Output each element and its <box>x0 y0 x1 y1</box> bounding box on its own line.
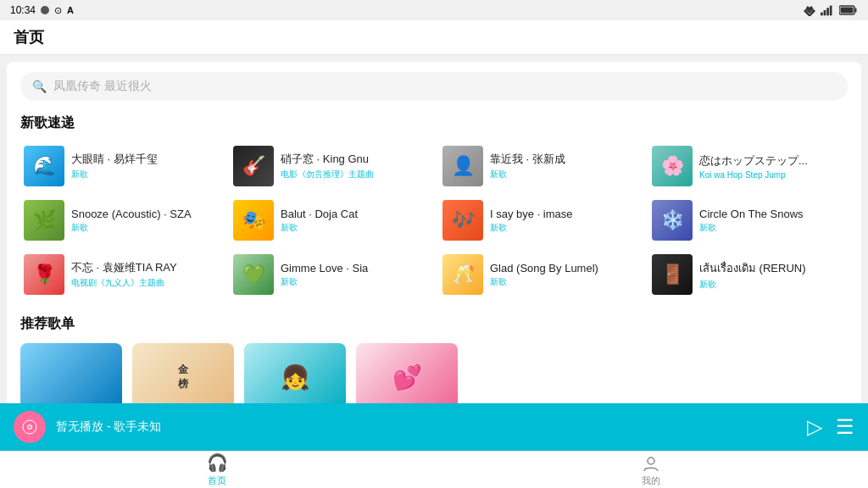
profile-nav-icon <box>642 452 660 473</box>
svg-rect-3 <box>821 13 823 16</box>
status-a-icon: A <box>67 5 74 15</box>
song-thumbnail: 🌊 <box>24 146 64 186</box>
song-tag: 新歌 <box>71 222 216 234</box>
svg-point-13 <box>648 458 654 464</box>
list-item[interactable]: 🎸 硝子窓 · King Gnu 电影《勿言推理》主题曲 <box>230 142 429 190</box>
song-thumbnail: 🌸 <box>652 146 693 186</box>
status-bar: 10:34 ⊙ A <box>0 0 868 20</box>
song-info: 靠近我 · 张新成 新歌 <box>490 152 635 180</box>
list-item[interactable]: 🌸 恋はホップステップ... Koi wa Hop Step Jump <box>648 142 848 190</box>
song-tag: 新歌 <box>71 169 216 180</box>
song-thumbnail: 🎶 <box>442 200 483 241</box>
song-thumbnail: 🌿 <box>24 200 64 241</box>
list-item[interactable]: 🎭 Balut · Doja Cat 新歌 <box>230 197 429 244</box>
song-info: 大眼睛 · 易烊千玺 新歌 <box>71 152 216 180</box>
playlist-card[interactable]: 👧 <box>244 343 346 411</box>
song-thumbnail: 🥂 <box>442 254 483 295</box>
playlist-row: 金榜 👧 💕 <box>20 343 848 411</box>
search-placeholder: 凤凰传奇 最近很火 <box>53 79 152 94</box>
recommended-section: 推荐歌单 金榜 👧 💕 <box>20 315 848 411</box>
list-item[interactable]: 🚪 เส้นเรื่องเดิม (RERUN) 新歌 <box>648 251 848 298</box>
now-playing-title: 暂无播放 - 歌手未知 <box>56 419 797 435</box>
svg-rect-8 <box>855 8 857 13</box>
battery-icon <box>839 5 858 15</box>
list-item[interactable]: 🎶 I say bye · imase 新歌 <box>439 197 638 244</box>
song-title: Snooze (Acoustic) · SZA <box>71 208 216 220</box>
new-songs-title: 新歌速递 <box>20 114 848 132</box>
bottom-nav: 🎧 首页 我的 <box>0 451 868 488</box>
status-right <box>802 4 858 16</box>
svg-point-12 <box>29 426 31 429</box>
song-title: 不忘 · 袁娅维TIA RAY <box>71 260 216 275</box>
song-title: Circle On The Snows <box>699 208 844 220</box>
album-icon <box>20 418 39 436</box>
status-left: 10:34 ⊙ A <box>10 4 74 16</box>
playback-controls: ▷ ☰ <box>807 415 854 439</box>
wifi-icon <box>802 4 817 16</box>
status-sim-icon: ⊙ <box>54 5 62 16</box>
song-tag: Koi wa Hop Step Jump <box>699 170 844 180</box>
song-title: 大眼睛 · 易烊千玺 <box>71 152 216 167</box>
song-thumbnail: 🌹 <box>24 254 64 295</box>
playlist-card[interactable]: 💕 <box>356 343 458 411</box>
song-info: Gimme Love · Sia 新歌 <box>281 262 426 288</box>
search-bar[interactable]: 🔍 凤凰传奇 最近很火 <box>20 72 848 101</box>
song-title: 恋はホップステップ... <box>699 153 844 169</box>
play-button[interactable]: ▷ <box>807 415 822 439</box>
song-info: 不忘 · 袁娅维TIA RAY 电视剧《九义人》主题曲 <box>71 260 216 289</box>
song-thumbnail: 🎭 <box>233 200 274 241</box>
song-tag: 新歌 <box>490 169 635 180</box>
recommended-title: 推荐歌单 <box>20 315 848 333</box>
nav-home-label: 首页 <box>208 474 226 487</box>
nav-home[interactable]: 🎧 首页 <box>0 452 434 487</box>
playlist-card[interactable]: 金榜 <box>132 343 234 411</box>
song-thumbnail: 🚪 <box>652 254 693 295</box>
playlist-card[interactable] <box>20 343 122 411</box>
list-item[interactable]: 🌹 不忘 · 袁娅维TIA RAY 电视剧《九义人》主题曲 <box>20 251 220 298</box>
nav-profile[interactable]: 我的 <box>434 452 868 487</box>
list-item[interactable]: ❄️ Circle On The Snows 新歌 <box>648 197 848 244</box>
list-item[interactable]: 👤 靠近我 · 张新成 新歌 <box>439 142 638 190</box>
song-thumbnail: 🎸 <box>233 146 274 186</box>
song-tag: 新歌 <box>281 276 426 288</box>
svg-rect-4 <box>824 10 826 15</box>
song-tag: 新歌 <box>699 279 844 291</box>
song-title: 硝子窓 · King Gnu <box>281 152 426 167</box>
song-title: Gimme Love · Sia <box>281 262 426 274</box>
new-songs-section: 新歌速递 🌊 大眼睛 · 易烊千玺 新歌 🎸 硝子窓 · King Gnu <box>20 114 848 298</box>
song-tag: 新歌 <box>699 222 844 234</box>
nav-profile-label: 我的 <box>642 474 660 487</box>
song-title: เส้นเรื่องเดิม (RERUN) <box>699 259 844 277</box>
page-header: 首页 <box>0 20 868 55</box>
list-item[interactable]: 🌿 Snooze (Acoustic) · SZA 新歌 <box>20 197 220 244</box>
song-tag: 电视剧《九义人》主题曲 <box>71 277 216 289</box>
song-tag: 新歌 <box>490 222 635 234</box>
song-info: 硝子窓 · King Gnu 电影《勿言推理》主题曲 <box>281 152 426 180</box>
home-nav-icon: 🎧 <box>207 452 228 473</box>
main-content: 🔍 凤凰传奇 最近很火 新歌速递 🌊 大眼睛 · 易烊千玺 新歌 🎸 <box>7 62 861 435</box>
album-art <box>14 411 46 443</box>
now-playing-bar: 暂无播放 - 歌手未知 ▷ ☰ <box>0 403 868 451</box>
playlist-button[interactable]: ☰ <box>836 415 854 439</box>
signal-icon <box>821 4 836 16</box>
song-info: I say bye · imase 新歌 <box>490 208 635 234</box>
song-title: I say bye · imase <box>490 208 635 220</box>
list-item[interactable]: 💚 Gimme Love · Sia 新歌 <box>230 251 429 298</box>
svg-rect-5 <box>826 8 829 15</box>
svg-rect-9 <box>841 8 854 14</box>
song-thumbnail: 👤 <box>442 146 483 186</box>
song-info: Balut · Doja Cat 新歌 <box>281 208 426 234</box>
status-circle-icon <box>41 6 49 14</box>
song-info: Glad (Song By Lumel) 新歌 <box>490 262 635 288</box>
list-item[interactable]: 🥂 Glad (Song By Lumel) 新歌 <box>439 251 638 298</box>
song-title: Balut · Doja Cat <box>281 208 426 220</box>
status-time: 10:34 <box>10 4 36 16</box>
svg-rect-6 <box>830 6 832 16</box>
song-info: 恋はホップステップ... Koi wa Hop Step Jump <box>699 153 844 180</box>
song-info: เส้นเรื่องเดิม (RERUN) 新歌 <box>699 259 844 291</box>
song-tag: 电影《勿言推理》主题曲 <box>281 169 426 180</box>
song-title: Glad (Song By Lumel) <box>490 262 635 274</box>
song-thumbnail: ❄️ <box>652 200 693 241</box>
list-item[interactable]: 🌊 大眼睛 · 易烊千玺 新歌 <box>20 142 220 190</box>
song-title: 靠近我 · 张新成 <box>490 152 635 167</box>
